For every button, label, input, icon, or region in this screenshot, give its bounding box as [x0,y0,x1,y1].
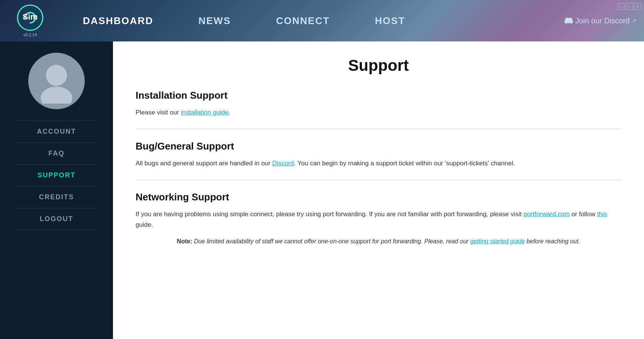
main-nav: DASHBOARD NEWS CONNECT HOST [60,15,565,27]
networking-text: If you are having problems using simple … [136,209,621,229]
logo-area: Sim v0.2.14 [0,1,60,41]
nav-host[interactable]: HOST [375,15,405,27]
networking-text-mid: or follow [570,211,597,218]
svg-point-4 [41,87,72,104]
networking-section: Networking Support If you are having pro… [136,191,621,246]
sidebar: ACCOUNT FAQ SUPPORT CREDITS LOGOUT [0,41,113,339]
sidebar-item-faq[interactable]: FAQ [0,143,113,164]
installation-text-after: . [229,109,230,116]
installation-text-before: Please visit our [136,109,181,116]
sidebar-item-account[interactable]: ACCOUNT [0,121,113,142]
bug-title: Bug/General Support [136,140,621,152]
divider-1 [136,129,621,129]
window-controls: — □ ✕ [618,3,641,10]
sidebar-item-support[interactable]: SUPPORT [0,165,113,186]
nav-news[interactable]: NEWS [198,15,231,27]
networking-title: Networking Support [136,191,621,203]
networking-text-end: guide. [136,221,153,228]
nav-dashboard[interactable]: DASHBOARD [83,15,153,27]
bug-text: All bugs and general support are handled… [136,158,621,168]
discord-link-text: Join our Discord [575,17,630,25]
discord-link[interactable]: Join our Discord ↗ [565,17,644,25]
avatar [28,53,85,109]
close-button[interactable]: ✕ [634,3,641,10]
portforward-link[interactable]: portforward.com [523,211,570,218]
networking-text-main: If you are having problems using simple … [136,211,523,218]
networking-note: Note: Due limited availability of staff … [136,237,621,246]
main-layout: ACCOUNT FAQ SUPPORT CREDITS LOGOUT Suppo… [0,41,644,339]
svg-text:Sim: Sim [23,12,38,21]
nav-connect[interactable]: CONNECT [276,15,330,27]
this-guide-link[interactable]: this [597,211,607,218]
logo-circle: Sim [17,5,43,31]
app-version: v0.2.14 [23,32,37,37]
app-header: Sim v0.2.14 DASHBOARD NEWS CONNECT HOST … [0,0,644,41]
sidebar-item-logout[interactable]: LOGOUT [0,208,113,230]
installation-text: Please visit our installation guide. [136,107,621,118]
installation-title: Installation Support [136,90,621,101]
discord-support-link[interactable]: Discord [272,160,294,167]
note-text-end: before reaching out. [525,238,580,244]
maximize-button[interactable]: □ [626,3,633,10]
installation-guide-link[interactable]: installation guide [181,109,229,116]
external-link-icon: ↗ [632,18,636,24]
minimize-button[interactable]: — [618,3,624,10]
discord-icon [565,17,573,25]
bug-text-before: All bugs and general support are handled… [136,160,272,167]
note-text-before: Due limited availability of staff we can… [192,238,470,244]
page-title: Support [136,56,621,75]
note-label: Note: [177,238,192,244]
content-area: Support Installation Support Please visi… [113,41,644,339]
bug-section: Bug/General Support All bugs and general… [136,140,621,168]
divider-2 [136,180,621,180]
installation-section: Installation Support Please visit our in… [136,90,621,118]
avatar-image [34,58,79,104]
svg-point-3 [46,65,67,86]
sidebar-item-credits[interactable]: CREDITS [0,186,113,208]
bug-text-after: . You can begin by making a support tick… [294,160,515,167]
getting-started-guide-link[interactable]: getting started guide [470,238,525,244]
sidebar-divider-bottom [15,230,98,230]
